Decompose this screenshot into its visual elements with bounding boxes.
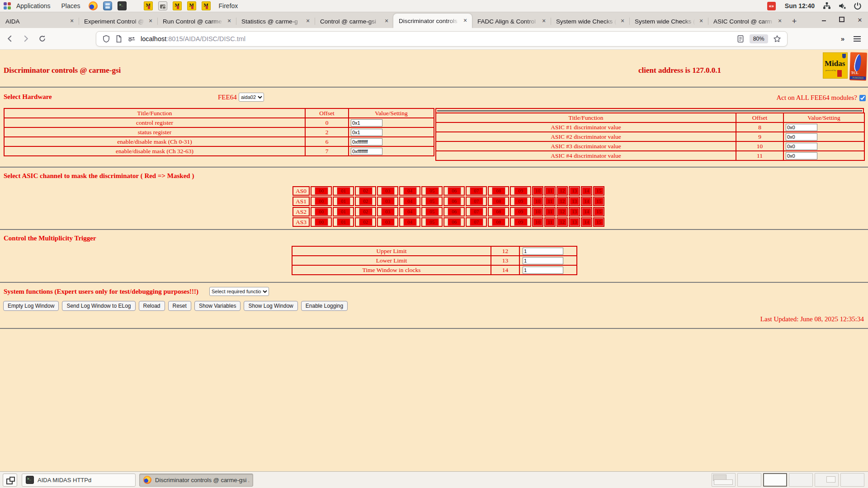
browser-tab[interactable]: Statistics @ carme-g× [236,14,315,28]
tab-close-icon[interactable]: × [618,17,627,25]
workspace-thumbnail[interactable] [815,473,839,487]
channel-mask-button[interactable]: 13 [570,197,579,205]
value-input[interactable] [786,152,817,160]
channel-mask-button[interactable]: 06 [448,208,461,216]
browser-tab[interactable]: Experiment Control @ C× [79,14,157,28]
channel-mask-button[interactable]: 14 [582,187,591,195]
tab-close-icon[interactable]: × [68,17,76,25]
channel-mask-button[interactable]: 05 [425,208,439,216]
screenshot-launcher-icon[interactable] [158,1,167,10]
url-bar[interactable]: localhost:8015/AIDA/DISC/DISC.tml 80% [96,31,788,47]
browser-tab[interactable]: Control @ carme-gsi× [315,14,393,28]
shield-icon[interactable] [102,35,110,43]
act-on-all-checkbox[interactable] [859,95,866,101]
action-button[interactable]: Empty Log Window [3,301,59,311]
channel-mask-button[interactable]: 04 [403,187,417,195]
browser-tab[interactable]: ASIC Control @ carm× [708,14,787,28]
channel-mask-button[interactable]: 02 [359,197,373,205]
applications-menu[interactable]: Applications [11,0,56,12]
channel-mask-button[interactable]: 03 [381,197,395,205]
channel-mask-button[interactable]: 06 [448,187,461,195]
browser-tab[interactable]: Run Control @ carme× [157,14,236,28]
network-icon[interactable] [823,2,831,10]
value-input[interactable] [523,248,563,255]
reload-icon[interactable] [35,32,49,46]
channel-mask-button[interactable]: 13 [570,218,579,226]
menu-hamburger-icon[interactable] [854,36,861,42]
back-icon[interactable] [3,32,16,46]
workspace-thumbnail[interactable] [789,473,813,487]
channel-mask-button[interactable]: 13 [570,208,579,216]
channel-mask-button[interactable]: 07 [470,208,483,216]
channel-mask-button[interactable]: 08 [492,208,505,216]
value-input[interactable] [351,129,382,136]
channel-mask-button[interactable]: 10 [533,208,542,216]
channel-mask-button[interactable]: 07 [470,187,483,195]
value-input[interactable] [523,267,563,274]
channel-mask-button[interactable]: 08 [492,218,505,226]
taskbar-window-button[interactable]: Discriminator controls @ carme-gsi ... [139,474,253,487]
value-input[interactable] [351,148,382,155]
fee64-select[interactable]: aida02 [239,93,264,102]
channel-mask-button[interactable]: 09 [514,197,528,205]
channel-mask-button[interactable]: 07 [470,197,483,205]
zoom-level-badge[interactable]: 80% [750,34,768,43]
tab-close-icon[interactable]: × [697,17,705,25]
browser-tab[interactable]: FADC Align & Control× [472,14,551,28]
channel-mask-button[interactable]: 01 [337,208,350,216]
active-app-name[interactable]: Firefox [213,0,244,12]
workspace-thumbnail[interactable] [737,473,761,487]
channel-mask-button[interactable]: 00 [315,208,328,216]
permissions-toggle-icon[interactable] [127,35,136,43]
workspace-thumbnail[interactable] [763,473,787,487]
channel-mask-button[interactable]: 12 [557,187,567,195]
files-launcher-icon[interactable] [103,1,112,10]
channel-mask-button[interactable]: 03 [381,218,395,226]
bookmark-star-icon[interactable] [773,35,781,43]
channel-mask-button[interactable]: 12 [557,208,567,216]
channel-mask-button[interactable]: 02 [359,187,373,195]
tab-close-icon[interactable]: × [776,17,784,25]
channel-mask-button[interactable]: 00 [315,197,328,205]
channel-mask-button[interactable]: 11 [545,197,555,205]
channel-mask-button[interactable]: 14 [582,197,591,205]
tab-close-icon[interactable]: × [146,17,155,25]
channel-mask-button[interactable]: 09 [514,218,528,226]
channel-mask-button[interactable]: 02 [359,208,373,216]
browser-tab[interactable]: AIDA× [0,14,79,28]
channel-mask-button[interactable]: 04 [403,197,417,205]
places-menu[interactable]: Places [56,0,86,12]
browser-tab[interactable]: System wide Checks (× [629,14,708,28]
action-button[interactable]: Show Log Window [244,301,297,311]
value-input[interactable] [523,257,563,264]
channel-mask-button[interactable]: 09 [514,187,528,195]
channel-mask-button[interactable]: 09 [514,208,528,216]
channel-mask-button[interactable]: 06 [448,197,461,205]
channel-mask-button[interactable]: 15 [594,197,604,205]
maximize-icon[interactable] [838,17,845,23]
value-input[interactable] [351,119,382,127]
channel-mask-button[interactable]: 15 [594,218,604,226]
midas-launcher-icon[interactable] [202,1,211,10]
channel-mask-button[interactable]: 03 [381,208,395,216]
channel-mask-button[interactable]: 02 [359,218,373,226]
channel-mask-button[interactable]: 13 [570,187,579,195]
action-button[interactable]: Show Variables [194,301,241,311]
channel-mask-button[interactable]: 01 [337,218,350,226]
channel-mask-button[interactable]: 00 [315,218,328,226]
tab-close-icon[interactable]: × [304,17,312,25]
browser-tab[interactable]: Discriminator controls× [393,14,472,28]
new-tab-button[interactable]: + [788,15,801,28]
clock[interactable]: Sun 12:40 [780,2,819,9]
action-button[interactable]: Reload [139,301,165,311]
midas-launcher-icon[interactable] [144,1,153,10]
channel-mask-button[interactable]: 08 [492,187,505,195]
action-button[interactable]: Enable Logging [301,301,348,311]
workspace-thumbnail[interactable] [840,473,864,487]
channel-mask-button[interactable]: 01 [337,187,350,195]
channel-mask-button[interactable]: 04 [403,208,417,216]
browser-tab[interactable]: System wide Checks (× [551,14,629,28]
reader-mode-icon[interactable] [736,35,745,43]
midas-launcher-icon[interactable] [173,1,182,10]
channel-mask-button[interactable]: 12 [557,218,567,226]
